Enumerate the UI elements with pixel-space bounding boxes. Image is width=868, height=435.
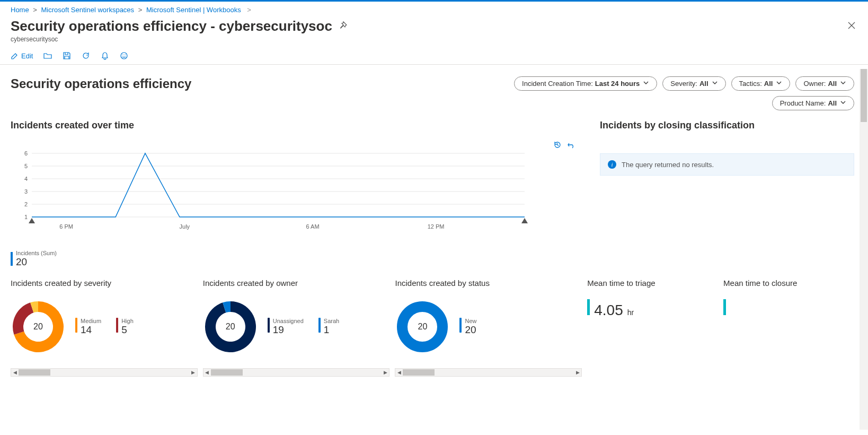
hscrollbar[interactable]: ◀▶ [11, 368, 198, 377]
svg-text:1: 1 [24, 214, 28, 220]
legend-item: New20 [459, 318, 476, 336]
svg-text:July: July [180, 223, 190, 230]
hscrollbar[interactable]: ◀▶ [203, 368, 390, 377]
filter-pill[interactable]: Incident Creation Time: Last 24 hours [514, 76, 657, 91]
legend-item: Unassigned19 [268, 318, 304, 336]
svg-text:6 AM: 6 AM [306, 223, 320, 230]
line-chart[interactable]: 1234566 PMJuly6 AM12 PM [11, 137, 579, 249]
breadcrumb-workspaces[interactable]: Microsoft Sentinel workspaces [41, 6, 135, 14]
svg-text:4: 4 [24, 176, 28, 182]
pin-icon[interactable] [339, 21, 347, 32]
card-title: Mean time to closure [723, 279, 854, 288]
history-icon[interactable] [553, 141, 562, 151]
card-title: Incidents created by severity [11, 279, 198, 288]
svg-text:12 PM: 12 PM [428, 223, 445, 230]
svg-point-1 [123, 55, 124, 56]
legend-item: Sarah1 [318, 318, 339, 336]
stat-value: 4.05 [594, 302, 623, 319]
chart-title-overtime: Incidents created over time [11, 120, 579, 131]
section-title: Security operations efficiency [11, 76, 191, 91]
stat-unit: hr [627, 308, 634, 317]
card-triage: Mean time to triage 4.05 hr [587, 279, 718, 377]
filter-bar: Incident Creation Time: Last 24 hoursSev… [483, 76, 854, 110]
undo-icon[interactable] [567, 141, 575, 151]
vscrollbar[interactable] [860, 69, 868, 430]
info-icon: i [608, 160, 616, 169]
filter-pill[interactable]: Product Name: All [772, 96, 854, 110]
line-chart-legend: Incidents (Sum) 20 [11, 250, 579, 268]
svg-text:5: 5 [24, 163, 28, 169]
save-icon[interactable] [63, 51, 71, 60]
card-title: Mean time to triage [587, 279, 718, 288]
stat-mark [587, 299, 590, 315]
hscrollbar[interactable]: ◀▶ [395, 368, 582, 377]
card-owner: Incidents created by owner 20 Unassigned… [203, 279, 390, 377]
stat-mark [723, 299, 726, 315]
card-severity: Incidents created by severity 20 Medium1… [11, 279, 198, 377]
chart-title-classification: Incidents by closing classification [600, 120, 854, 131]
svg-text:6: 6 [24, 150, 28, 156]
open-icon[interactable] [43, 51, 52, 60]
close-icon[interactable] [846, 19, 857, 34]
page-title: Security operations efficiency - cyberse… [11, 18, 347, 34]
card-title: Incidents created by owner [203, 279, 390, 288]
card-title: Incidents created by status [395, 279, 582, 288]
breadcrumb: Home > Microsoft Sentinel workspaces > M… [0, 2, 868, 16]
breadcrumb-workbooks[interactable]: Microsoft Sentinel | Workbooks [146, 6, 241, 14]
svg-point-0 [121, 53, 127, 59]
edit-button[interactable]: Edit [11, 51, 33, 60]
breadcrumb-home[interactable]: Home [11, 6, 29, 14]
feedback-icon[interactable] [120, 51, 128, 60]
card-closure: Mean time to closure [723, 279, 854, 377]
card-status: Incidents created by status 20 New20 ◀▶ [395, 279, 582, 377]
toolbar: Edit [0, 47, 868, 65]
svg-text:2: 2 [24, 201, 28, 207]
notify-icon[interactable] [101, 51, 109, 60]
filter-pill[interactable]: Severity: All [662, 76, 725, 91]
info-banner: i The query returned no results. [600, 153, 854, 176]
svg-point-2 [125, 55, 126, 56]
refresh-icon[interactable] [82, 51, 90, 60]
filter-pill[interactable]: Owner: All [795, 76, 854, 91]
chevron-right-icon: > [247, 6, 251, 14]
filter-pill[interactable]: Tactics: All [731, 76, 791, 91]
svg-text:3: 3 [24, 188, 28, 195]
legend-item: High5 [116, 318, 134, 336]
svg-text:6 PM: 6 PM [59, 223, 73, 230]
page-subtitle: cybersecuritysoc [0, 36, 868, 47]
legend-item: Medium14 [75, 318, 101, 336]
